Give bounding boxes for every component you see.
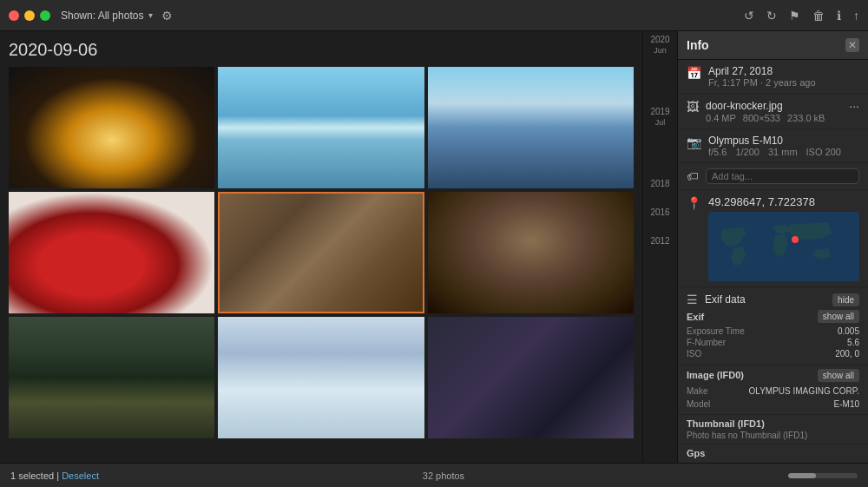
exif-label: Exif data (705, 293, 746, 306)
info-camera-details: f/5.6 1/200 31 mm ISO 200 (708, 147, 859, 157)
timeline-year-2019[interactable]: 2019 (650, 107, 669, 116)
info-file-row: 🖼 door-knocker.jpg ··· 0.4 MP 800×533 23… (678, 94, 868, 129)
file-size: 233.0 kB (787, 113, 825, 123)
status-right (788, 473, 858, 478)
maximize-traffic-light[interactable] (40, 10, 50, 21)
flag-icon[interactable]: ⚑ (789, 9, 800, 23)
info-file-meta: 0.4 MP 800×533 233.0 kB (706, 113, 859, 123)
info-file-content: door-knocker.jpg ··· 0.4 MP 800×533 233.… (706, 99, 859, 123)
info-filename: door-knocker.jpg (706, 100, 783, 112)
info-camera-row: 📷 Olympus E-M10 f/5.6 1/200 31 mm ISO 20… (678, 129, 868, 163)
exif-row: ISO 200, 0 (687, 348, 859, 359)
ifd0-label: Image (IFD0) (687, 370, 744, 380)
status-left: 1 selected | Deselect (10, 471, 99, 481)
info-panel: Info ✕ 📅 April 27, 2018 Fr, 1:17 PM · 2 … (677, 31, 868, 463)
ifd0-section: Image (IFD0) show all Make OLYMPUS IMAGI… (678, 365, 868, 415)
camera-shutter: 1/200 (735, 147, 760, 157)
info-camera-content: Olympus E-M10 f/5.6 1/200 31 mm ISO 200 (708, 135, 859, 157)
exif-val: 0.005 (838, 326, 859, 336)
timeline-month-jul[interactable]: Jul (655, 118, 666, 127)
exif-show-all-button[interactable]: show all (818, 310, 859, 323)
photo-item[interactable] (428, 192, 634, 313)
selected-count: 1 selected (10, 471, 54, 481)
tag-icon: 🏷 (687, 169, 699, 183)
minimize-traffic-light[interactable] (24, 10, 35, 21)
statusbar: 1 selected | Deselect 32 photos (0, 463, 868, 487)
exif-title-row: ☰ Exif data (687, 293, 746, 306)
photo-item[interactable] (218, 67, 424, 188)
shown-label: Shown: All photos (61, 10, 143, 22)
ifd0-model-row: Model E-M10 (687, 398, 859, 411)
camera-iso: ISO 200 (806, 147, 841, 157)
status-center: 32 photos (423, 471, 464, 481)
ifd1-section: Thumbnail (IFD1) Photo has no Thumbnail … (678, 415, 868, 444)
camera-focal: 31 mm (768, 147, 798, 157)
file-more-button[interactable]: ··· (849, 99, 859, 113)
delete-icon[interactable]: 🗑 (812, 9, 825, 23)
camera-aperture: f/5.6 (708, 147, 727, 157)
exif-sub-title: Exif (687, 312, 704, 322)
exif-hide-button[interactable]: hide (832, 293, 859, 306)
timeline-year-2016[interactable]: 2016 (650, 207, 669, 217)
tag-input[interactable] (706, 168, 859, 184)
deselect-button[interactable]: Deselect (62, 471, 99, 481)
file-dimensions: 800×533 (743, 113, 780, 123)
info-date-secondary: Fr, 1:17 PM · 2 years ago (708, 77, 859, 88)
map-container[interactable] (708, 212, 859, 281)
rotate-left-icon[interactable]: ↺ (744, 9, 754, 23)
calendar-icon: 📅 (687, 66, 701, 80)
info-icon[interactable]: ℹ (837, 9, 841, 23)
ifd1-note: Photo has no Thumbnail (IFD1) (687, 431, 859, 440)
close-traffic-light[interactable] (9, 10, 19, 21)
timeline-year-2012[interactable]: 2012 (650, 236, 669, 246)
ifd0-make-val: OLYMPUS IMAGING CORP. (749, 386, 859, 396)
gps-label: Gps (678, 444, 868, 462)
shown-dropdown-icon[interactable]: ▾ (148, 10, 153, 20)
photo-item[interactable] (9, 192, 214, 313)
photo-item-selected[interactable] (218, 192, 424, 313)
main-area: 2020-09-06 2020 Jun 2019 Jul 2018 2016 2… (0, 31, 868, 463)
photo-item[interactable] (218, 317, 424, 438)
ifd0-make-row: Make OLYMPUS IMAGING CORP. (687, 385, 859, 398)
exif-icon: ☰ (687, 293, 698, 306)
exif-key: ISO (687, 349, 701, 359)
location-icon: 📍 (687, 196, 701, 210)
exif-row: F-Number 5.6 (687, 337, 859, 348)
info-panel-header: Info ✕ (678, 31, 868, 60)
info-camera-name: Olympus E-M10 (708, 135, 859, 147)
exif-val: 200, 0 (835, 349, 859, 359)
timeline-year-2020[interactable]: 2020 (650, 35, 669, 44)
info-close-button[interactable]: ✕ (845, 38, 859, 52)
photo-item[interactable] (428, 67, 634, 188)
photo-item[interactable] (9, 317, 214, 438)
photo-item[interactable] (428, 317, 634, 438)
info-tags-content (706, 168, 859, 184)
export-icon[interactable]: ↑ (853, 9, 859, 23)
ifd0-make-key: Make (687, 386, 707, 396)
info-location-row: 📍 49.298647, 7.722378 (678, 190, 868, 287)
ifd0-header: Image (IFD0) show all (687, 369, 859, 382)
settings-icon[interactable]: ⚙ (161, 9, 173, 23)
timeline: 2020 Jun 2019 Jul 2018 2016 2012 (642, 31, 677, 463)
exif-val: 5.6 (847, 338, 859, 347)
exif-subsection: Exif show all Exposure Time 0.005 F-Numb… (687, 310, 859, 359)
photo-grid (9, 67, 642, 438)
map-svg (708, 212, 859, 281)
exif-row: Exposure Time 0.005 (687, 326, 859, 337)
traffic-lights (9, 10, 50, 21)
exif-section: ☰ Exif data hide Exif show all Exposure … (678, 287, 868, 365)
rotate-right-icon[interactable]: ↻ (766, 9, 777, 23)
photo-item[interactable] (9, 67, 214, 188)
info-panel-title: Info (687, 38, 709, 52)
photo-area[interactable]: 2020-09-06 (0, 31, 642, 463)
timeline-year-2018[interactable]: 2018 (650, 179, 669, 188)
ifd0-show-all-button[interactable]: show all (818, 369, 859, 382)
file-icon: 🖼 (687, 100, 699, 114)
exif-sub-header: Exif show all (687, 310, 859, 323)
titlebar: Shown: All photos ▾ ⚙ ↺ ↻ ⚑ 🗑 ℹ ↑ (0, 0, 868, 31)
timeline-month-jun[interactable]: Jun (654, 46, 667, 55)
photo-count: 32 photos (423, 471, 464, 481)
info-date-primary: April 27, 2018 (708, 65, 859, 77)
file-megapixels: 0.4 MP (706, 113, 736, 123)
ifd0-model-val: E-M10 (834, 399, 859, 409)
